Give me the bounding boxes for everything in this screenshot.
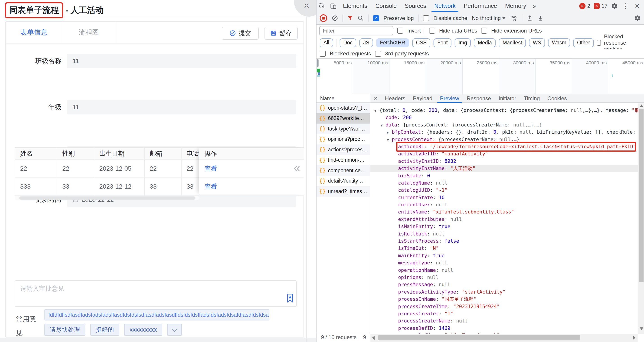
view-link[interactable]: 查看 bbox=[204, 182, 217, 191]
close-detail-icon[interactable]: × bbox=[370, 95, 381, 102]
detail-tab-payload[interactable]: Payload bbox=[409, 94, 436, 103]
more-opinions-dropdown[interactable] bbox=[167, 323, 182, 336]
more-tabs-icon[interactable]: » bbox=[530, 3, 539, 10]
throttling-dropdown[interactable]: No throttling bbox=[472, 15, 506, 21]
hide-extension-urls-checkbox[interactable]: ✓ bbox=[481, 28, 487, 34]
expanded-arrow-icon[interactable]: ▼ bbox=[374, 107, 379, 114]
tab-form-info[interactable]: 表单信息 bbox=[6, 22, 62, 43]
filter-chip-manifest[interactable]: Manifest bbox=[499, 38, 526, 47]
detail-tab-timing[interactable]: Timing bbox=[520, 94, 544, 103]
devtools-close-icon[interactable]: × bbox=[634, 1, 641, 11]
filter-chip-css[interactable]: CSS bbox=[412, 38, 430, 47]
json-line[interactable]: ▼data: {processContext: {processCreaterN… bbox=[370, 121, 638, 129]
filter-chip-img[interactable]: Img bbox=[454, 38, 471, 47]
detail-tab-initiator[interactable]: Initiator bbox=[495, 94, 520, 103]
request-row[interactable]: {}unread?_times… bbox=[316, 186, 370, 197]
preview-vertical-scrollbar[interactable] bbox=[638, 103, 644, 334]
filter-chip-media[interactable]: Media bbox=[474, 38, 496, 47]
preserve-log-checkbox[interactable]: ✓ bbox=[373, 15, 379, 21]
devtools-tab-memory[interactable]: Memory bbox=[501, 0, 530, 12]
expanded-arrow-icon[interactable]: ▼ bbox=[387, 136, 392, 144]
filter-chip-js[interactable]: JS bbox=[359, 38, 373, 47]
filter-chip-fetchxhr[interactable]: Fetch/XHR bbox=[376, 38, 409, 47]
collapsed-arrow-icon[interactable]: ▶ bbox=[387, 129, 392, 136]
json-line: isStartProcess: false bbox=[370, 237, 638, 245]
network-filter-input[interactable] bbox=[319, 26, 393, 36]
invert-checkbox[interactable]: ✓ bbox=[397, 28, 403, 34]
expanded-arrow-icon[interactable]: ▼ bbox=[380, 122, 386, 129]
vertical-scrollbar-thumb[interactable] bbox=[639, 109, 644, 282]
filter-chip-font[interactable]: Font bbox=[434, 38, 452, 47]
filter-chip-all[interactable]: All bbox=[320, 38, 333, 47]
opinion-chip[interactable]: 请尽快处理 bbox=[44, 323, 86, 336]
common-opinion-long-chip[interactable]: fdfdfdffsdfasdfadsfadsfadsffasdfdsfdsfsd… bbox=[44, 309, 270, 320]
disable-cache-checkbox[interactable]: ✓ bbox=[423, 15, 429, 21]
detail-tab-cookies[interactable]: Cookies bbox=[544, 94, 571, 103]
json-line: operationName: null bbox=[370, 267, 638, 274]
export-har-icon[interactable] bbox=[537, 15, 544, 21]
network-conditions-icon[interactable] bbox=[510, 15, 517, 22]
record-network-log-icon[interactable] bbox=[320, 14, 327, 22]
devtools-tab-console[interactable]: Console bbox=[371, 0, 400, 12]
horizontal-scrollbar-thumb[interactable] bbox=[378, 335, 580, 340]
error-badge-icon[interactable]: × bbox=[579, 3, 586, 9]
opinion-chip[interactable]: 挺好的 bbox=[90, 323, 119, 336]
search-icon[interactable] bbox=[358, 15, 364, 21]
request-row[interactable]: {}details?entity… bbox=[316, 176, 370, 186]
preview-horizontal-scrollbar[interactable] bbox=[370, 334, 638, 342]
request-row[interactable]: {}task-type?wor… bbox=[316, 124, 370, 134]
devtools-tab-performance[interactable]: Performance bbox=[460, 0, 501, 12]
import-har-icon[interactable] bbox=[526, 15, 533, 21]
inspect-element-icon[interactable] bbox=[316, 3, 328, 10]
devtools-badges: × 2 × 17 ⋮ × bbox=[579, 1, 644, 11]
scroll-left-arrow[interactable] bbox=[372, 336, 374, 340]
save-draft-button[interactable]: 暂存 bbox=[264, 27, 298, 40]
tab-flow-chart[interactable]: 流程图 bbox=[62, 22, 116, 43]
request-row[interactable]: {}actions?proces… bbox=[316, 144, 370, 155]
approval-comment-textarea[interactable] bbox=[15, 280, 297, 307]
detail-tab-preview[interactable]: Preview bbox=[436, 94, 463, 103]
clear-network-log-icon[interactable] bbox=[332, 15, 338, 21]
json-line[interactable]: ▼{total: 0, code: 200, data: {processCon… bbox=[370, 107, 638, 114]
devtools-tab-network[interactable]: Network bbox=[430, 0, 460, 12]
third-party-requests-checkbox[interactable]: ✓ bbox=[375, 51, 381, 57]
request-row[interactable]: {}opinions?proc… bbox=[316, 134, 370, 145]
filter-chip-other[interactable]: Other bbox=[573, 38, 594, 47]
opinion-chip[interactable]: xxxxxxxxx bbox=[124, 323, 162, 336]
devtools-tab-elements[interactable]: Elements bbox=[339, 0, 371, 12]
filter-chip-wasm[interactable]: Wasm bbox=[548, 38, 570, 47]
kebab-menu-icon[interactable]: ⋮ bbox=[621, 2, 630, 10]
network-overview-timeline[interactable]: 5000 ms10000 ms15000 ms20000 ms25000 ms3… bbox=[316, 59, 644, 95]
detail-tab-headers[interactable]: Headers bbox=[381, 94, 409, 103]
request-row[interactable]: {}component-ce… bbox=[316, 165, 370, 176]
request-row[interactable]: {}open-status?_t… bbox=[316, 103, 370, 113]
network-settings-gear-icon[interactable] bbox=[634, 15, 641, 22]
settings-gear-icon[interactable] bbox=[611, 3, 618, 10]
blocked-requests-checkbox[interactable]: ✓ bbox=[320, 51, 326, 57]
issues-badge-icon[interactable]: × bbox=[594, 3, 600, 9]
request-list-name-header[interactable]: Name bbox=[316, 94, 370, 103]
table-cell: 2023-12-12 bbox=[94, 178, 145, 195]
scroll-down-arrow[interactable] bbox=[640, 327, 643, 330]
filter-funnel-icon[interactable] bbox=[347, 15, 353, 21]
scroll-right-arrow[interactable] bbox=[633, 336, 636, 340]
devtools-tab-sources[interactable]: Sources bbox=[401, 0, 430, 12]
filter-chip-doc[interactable]: Doc bbox=[340, 38, 356, 47]
request-row[interactable]: {}6639?workIte… bbox=[316, 113, 370, 124]
detail-tab-response[interactable]: Response bbox=[463, 94, 495, 103]
blocked-response-cookies-checkbox[interactable]: ✓ bbox=[597, 40, 601, 46]
request-row[interactable]: {}find-common-… bbox=[316, 155, 370, 166]
collapse-panel-icon[interactable]: « bbox=[294, 161, 300, 174]
scroll-up-arrow[interactable] bbox=[640, 105, 643, 107]
table-horizontal-scrollbar[interactable] bbox=[15, 196, 200, 200]
hide-data-urls-checkbox[interactable]: ✓ bbox=[429, 28, 435, 34]
json-line[interactable]: ▶bfpContext: {headers: {}, draftId: 0, p… bbox=[370, 129, 638, 136]
table-scrollbar-thumb[interactable] bbox=[19, 196, 196, 200]
view-link[interactable]: 查看 bbox=[204, 164, 217, 173]
bookmark-star-icon[interactable] bbox=[286, 293, 294, 302]
filter-chip-ws[interactable]: WS bbox=[529, 38, 545, 47]
json-line[interactable]: ▼processContext: {processCreaterName: nu… bbox=[370, 136, 638, 143]
submit-button[interactable]: 提交 bbox=[222, 27, 259, 40]
device-toolbar-icon[interactable] bbox=[328, 3, 339, 10]
request-name: find-common-… bbox=[328, 157, 365, 163]
